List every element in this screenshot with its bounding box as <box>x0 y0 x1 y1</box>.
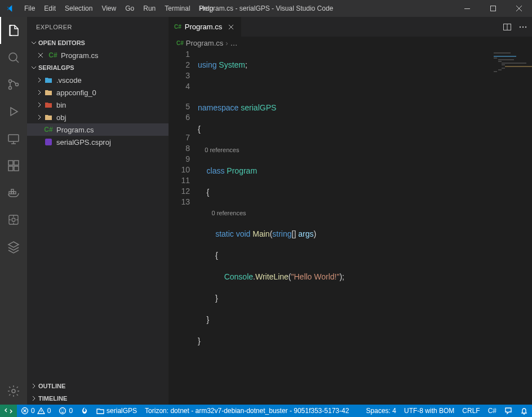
more-icon[interactable] <box>518 23 527 32</box>
activity-settings[interactable] <box>0 378 27 405</box>
activitybar <box>0 17 27 405</box>
menu-selection[interactable]: Selection <box>60 0 97 17</box>
section-label: OUTLINE <box>38 383 65 389</box>
menu-file[interactable]: File <box>20 0 39 17</box>
chevron-right-icon <box>29 396 38 401</box>
svg-point-20 <box>520 26 521 27</box>
activity-search[interactable] <box>0 44 27 71</box>
close-button[interactable] <box>506 0 532 17</box>
section-label: TIMELINE <box>38 395 67 402</box>
breadcrumb-more: … <box>230 39 238 47</box>
file-csproj[interactable]: serialGPS.csproj <box>27 136 169 148</box>
statusbar: 0 0 0 serialGPS Torizon: dotnet - arm32v… <box>0 405 532 417</box>
svg-point-16 <box>12 218 15 221</box>
activity-layers[interactable] <box>0 233 27 260</box>
svg-point-5 <box>16 83 19 86</box>
status-feedback[interactable] <box>500 405 516 417</box>
folder-icon <box>44 113 53 122</box>
svg-point-21 <box>522 26 524 27</box>
section-open-editors[interactable]: OPEN EDITORS <box>27 37 169 49</box>
section-timeline[interactable]: TIMELINE <box>27 392 169 405</box>
status-problems[interactable]: 0 0 <box>17 405 55 417</box>
file-name: Program.cs <box>61 51 98 60</box>
status-encoding[interactable]: UTF-8 with BOM <box>400 405 458 417</box>
file-program-cs[interactable]: C# Program.cs <box>27 123 169 136</box>
folder-icon <box>44 100 53 109</box>
menu-help[interactable]: Help <box>195 0 218 17</box>
titlebar: File Edit Selection View Go Run Terminal… <box>0 0 532 17</box>
svg-rect-6 <box>8 135 19 141</box>
folder-vscode[interactable]: .vscode <box>27 74 169 86</box>
status-bell[interactable] <box>516 405 532 417</box>
status-project[interactable]: serialGPS <box>92 405 141 417</box>
status-eol[interactable]: CRLF <box>458 405 484 417</box>
chevron-right-icon <box>35 114 44 120</box>
svg-rect-7 <box>8 161 13 165</box>
chevron-right-icon <box>35 90 44 95</box>
minimap[interactable] <box>487 49 532 405</box>
activity-docker[interactable] <box>0 179 27 206</box>
activity-torizon[interactable] <box>0 206 27 233</box>
folder-name: appconfig_0 <box>56 88 96 97</box>
status-torizon[interactable]: Torizon: dotnet - arm32v7-debian-dotnet_… <box>141 405 353 417</box>
status-flame[interactable] <box>77 405 92 417</box>
sidebar: EXPLORER OPEN EDITORS C# Program.cs SERI… <box>27 17 169 405</box>
svg-point-17 <box>12 389 15 393</box>
code-editor[interactable]: 1 2 3 4 5 6 7 8 9 10 11 12 13 using Syst… <box>169 49 532 405</box>
menu-view[interactable]: View <box>97 0 121 17</box>
folder-bin[interactable]: bin <box>27 99 169 111</box>
section-project[interactable]: SERIALGPS <box>27 61 169 74</box>
menu-go[interactable]: Go <box>121 0 139 17</box>
folder-name: bin <box>56 101 66 109</box>
tab-program-cs[interactable]: C# Program.cs <box>169 17 242 37</box>
menubar: File Edit Selection View Go Run Terminal… <box>20 0 218 17</box>
minimize-button[interactable] <box>454 0 480 17</box>
svg-rect-0 <box>464 8 470 9</box>
csharp-icon: C# <box>44 125 53 134</box>
csharp-icon: C# <box>176 40 184 46</box>
folder-name: .vscode <box>56 76 82 85</box>
menu-run[interactable]: Run <box>139 0 160 17</box>
split-editor-icon[interactable] <box>503 23 512 32</box>
status-spaces[interactable]: Spaces: 4 <box>362 405 400 417</box>
svg-point-3 <box>9 80 12 83</box>
folder-obj[interactable]: obj <box>27 111 169 123</box>
editor-area: C# Program.cs C# Program.cs › … 1 2 3 4 … <box>169 17 532 405</box>
status-remote[interactable] <box>0 405 17 417</box>
svg-point-4 <box>9 87 12 90</box>
window-controls <box>454 0 532 17</box>
section-label: SERIALGPS <box>38 64 74 71</box>
folder-icon <box>44 76 53 85</box>
folder-appconfig[interactable]: appconfig_0 <box>27 86 169 99</box>
activity-debug[interactable] <box>0 98 27 125</box>
status-lang[interactable]: C# <box>484 405 500 417</box>
menu-terminal[interactable]: Terminal <box>160 0 194 17</box>
activity-scm[interactable] <box>0 71 27 98</box>
open-editor-item[interactable]: C# Program.cs <box>27 49 169 61</box>
file-name: serialGPS.csproj <box>56 138 111 147</box>
csproj-icon <box>44 137 53 147</box>
menu-edit[interactable]: Edit <box>39 0 60 17</box>
close-tab-icon[interactable] <box>227 23 236 32</box>
chevron-down-icon <box>29 40 38 46</box>
maximize-button[interactable] <box>480 0 506 17</box>
code-content[interactable]: using System; namespace serialGPS { 0 re… <box>198 49 532 405</box>
activity-explorer[interactable] <box>0 17 27 44</box>
close-icon[interactable] <box>36 51 45 60</box>
activity-extensions[interactable] <box>0 152 27 179</box>
tab-actions <box>503 17 532 37</box>
file-name: Program.cs <box>56 126 94 134</box>
section-label: OPEN EDITORS <box>38 39 85 46</box>
sidebar-title: EXPLORER <box>27 17 169 37</box>
activity-remote[interactable] <box>0 125 27 152</box>
folder-name: obj <box>56 113 66 122</box>
section-outline[interactable]: OUTLINE <box>27 380 169 392</box>
vscode-logo <box>0 4 20 13</box>
breadcrumb[interactable]: C# Program.cs › … <box>169 37 532 49</box>
status-ports[interactable]: 0 <box>55 405 77 417</box>
chevron-down-icon <box>29 65 38 70</box>
svg-point-22 <box>525 26 526 27</box>
svg-point-2 <box>9 53 17 61</box>
tab-label: Program.cs <box>185 23 222 31</box>
line-gutter: 1 2 3 4 5 6 7 8 9 10 11 12 13 <box>169 49 198 405</box>
